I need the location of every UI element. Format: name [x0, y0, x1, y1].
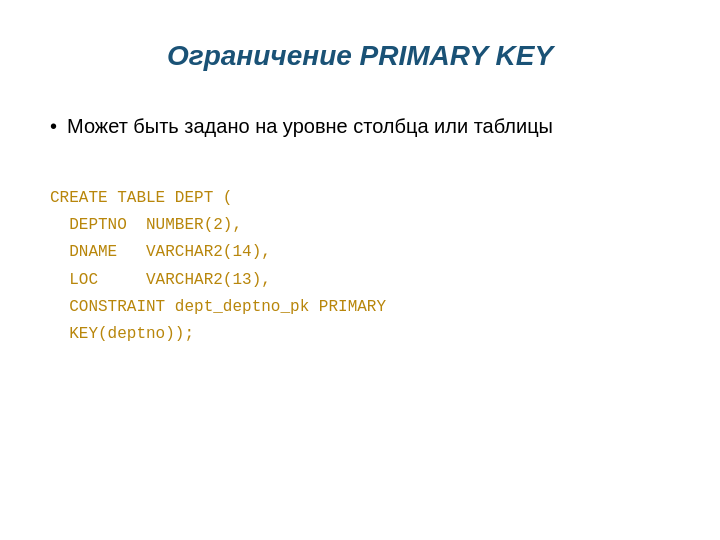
bullet-text: Может быть задано на уровне столбца или … — [67, 112, 553, 140]
code-block: CREATE TABLE DEPT ( DEPTNO NUMBER(2), DN… — [50, 185, 670, 348]
slide: Ограничение PRIMARY KEY • Может быть зад… — [0, 0, 720, 540]
bullet-section: • Может быть задано на уровне столбца ил… — [50, 112, 670, 140]
bullet-dot: • — [50, 112, 57, 140]
slide-title: Ограничение PRIMARY KEY — [50, 40, 670, 72]
bullet-item: • Может быть задано на уровне столбца ил… — [50, 112, 670, 140]
